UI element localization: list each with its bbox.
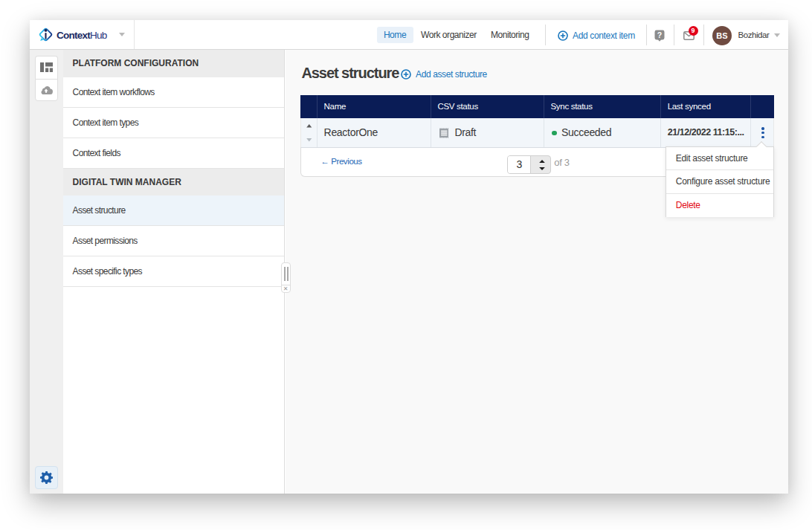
svg-text:?: ? <box>657 30 662 39</box>
